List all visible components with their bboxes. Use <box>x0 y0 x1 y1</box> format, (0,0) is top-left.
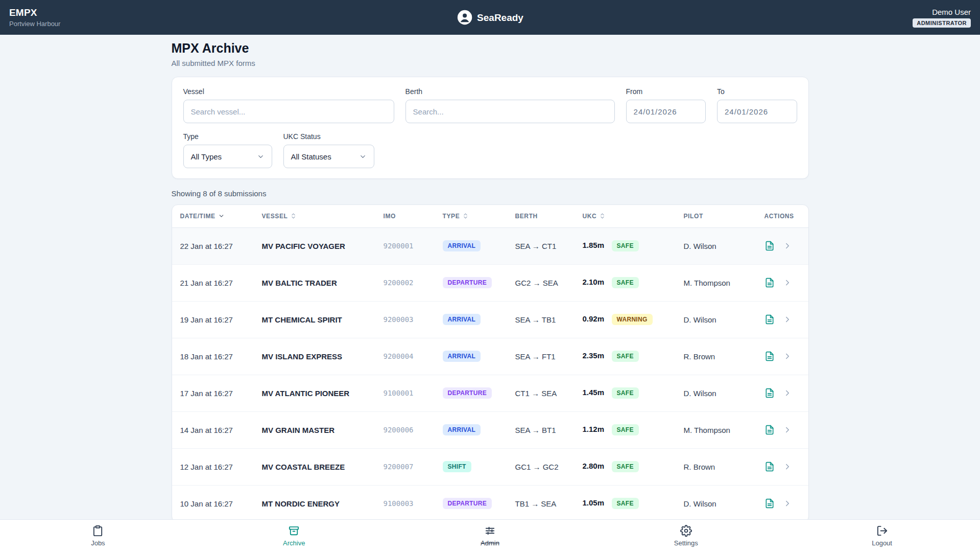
file-text-icon[interactable] <box>764 425 775 435</box>
cell-datetime: 21 Jan at 16:27 <box>172 264 254 301</box>
chevrons-up-down-icon <box>462 213 469 219</box>
chevron-right-icon[interactable] <box>783 388 792 398</box>
nav-item-admin[interactable]: Admin <box>392 520 588 552</box>
type-badge: DEPARTURE <box>443 277 492 288</box>
cell-type: DEPARTURE <box>435 375 507 411</box>
from-date-input[interactable]: 24/01/2026 <box>626 100 706 123</box>
column-header-vessel[interactable]: VESSEL <box>254 205 375 227</box>
nav-item-logout[interactable]: Logout <box>784 520 980 552</box>
column-label: DATE/TIME <box>180 213 216 220</box>
file-text-icon[interactable] <box>764 314 775 325</box>
nav-item-settings[interactable]: Settings <box>588 520 784 552</box>
chevron-down-icon <box>218 213 225 219</box>
cell-type: ARRIVAL <box>435 227 507 264</box>
column-header-type[interactable]: TYPE <box>435 205 507 227</box>
cell-imo: 9100001 <box>375 375 435 411</box>
column-header-berth: BERTH <box>507 205 575 227</box>
cell-actions <box>756 411 808 448</box>
table-row[interactable]: 12 Jan at 16:27 MV COASTAL BREEZE 920000… <box>172 448 808 485</box>
ukc-value: 2.80m <box>583 462 605 470</box>
app-identity: EMPX Portview Harbour <box>9 7 60 28</box>
to-date-input[interactable]: 24/01/2026 <box>717 100 797 123</box>
brand: SeaReady <box>457 10 523 26</box>
file-text-icon[interactable] <box>764 462 775 472</box>
chevron-right-icon[interactable] <box>783 352 792 361</box>
vessel-search-input[interactable] <box>183 100 394 123</box>
cell-ukc: 1.05m SAFE <box>575 485 676 522</box>
bottom-nav: JobsArchiveAdminSettingsLogout <box>0 519 980 552</box>
chevron-right-icon[interactable] <box>783 462 792 471</box>
cell-berth: TB1 → SEA <box>507 485 575 522</box>
cell-datetime: 12 Jan at 16:27 <box>172 448 254 485</box>
ukc-status-badge: SAFE <box>612 498 639 509</box>
nav-label: Admin <box>481 539 499 547</box>
submissions-table: DATE/TIMEVESSELIMOTYPEBERTHUKCPILOTACTIO… <box>172 205 808 522</box>
cell-datetime: 22 Jan at 16:27 <box>172 227 254 264</box>
table-row[interactable]: 18 Jan at 16:27 MV ISLAND EXPRESS 920000… <box>172 338 808 375</box>
chevrons-up-down-icon <box>290 213 297 219</box>
cell-datetime: 17 Jan at 16:27 <box>172 375 254 411</box>
column-label: ACTIONS <box>764 213 794 220</box>
ukc-value: 2.10m <box>583 278 605 286</box>
table-row[interactable]: 22 Jan at 16:27 MV PACIFIC VOYAGER 92000… <box>172 227 808 264</box>
cell-vessel: MV BALTIC TRADER <box>254 264 375 301</box>
file-text-icon[interactable] <box>764 498 775 509</box>
nav-item-archive[interactable]: Archive <box>196 520 392 552</box>
ukc-status-badge: SAFE <box>612 277 639 288</box>
cell-imo: 9200004 <box>375 338 435 375</box>
type-select[interactable]: All Types <box>183 145 272 168</box>
table-row[interactable]: 14 Jan at 16:27 MV GRAIN MASTER 9200006 … <box>172 411 808 448</box>
main-content: MPX Archive All submitted MPX forms Vess… <box>0 35 980 522</box>
type-badge: ARRIVAL <box>443 351 481 362</box>
table-header-row: DATE/TIMEVESSELIMOTYPEBERTHUKCPILOTACTIO… <box>172 205 808 227</box>
berth-search-input[interactable] <box>405 100 615 123</box>
chevron-right-icon[interactable] <box>783 499 792 508</box>
chevron-right-icon[interactable] <box>783 315 792 324</box>
cell-pilot: R. Brown <box>676 448 756 485</box>
file-text-icon[interactable] <box>764 351 775 361</box>
ukc-status-filter-label: UKC Status <box>283 132 374 141</box>
table-row[interactable]: 19 Jan at 16:27 MT CHEMICAL SPIRIT 92000… <box>172 301 808 338</box>
cell-type: ARRIVAL <box>435 301 507 338</box>
cell-pilot: M. Thompson <box>676 411 756 448</box>
cell-berth: SEA → CT1 <box>507 227 575 264</box>
ukc-status-badge: SAFE <box>612 461 639 472</box>
ukc-value: 2.35m <box>583 351 605 360</box>
cell-type: ARRIVAL <box>435 338 507 375</box>
user-role-badge: ADMINISTRATOR <box>913 18 971 28</box>
column-header-ukc[interactable]: UKC <box>575 205 676 227</box>
file-text-icon[interactable] <box>764 388 775 398</box>
nav-item-jobs[interactable]: Jobs <box>0 520 196 552</box>
cell-pilot: D. Wilson <box>676 301 756 338</box>
ukc-value: 1.85m <box>583 241 605 249</box>
file-text-icon[interactable] <box>764 278 775 288</box>
app-header: EMPX Portview Harbour SeaReady Demo User… <box>0 0 980 35</box>
cell-vessel: MV PACIFIC VOYAGER <box>254 227 375 264</box>
chevrons-up-down-icon <box>599 213 606 219</box>
cell-pilot: D. Wilson <box>676 375 756 411</box>
ukc-value: 0.92m <box>583 314 605 323</box>
ukc-status-select[interactable]: All Statuses <box>283 145 374 168</box>
cell-ukc: 2.80m SAFE <box>575 448 676 485</box>
table-row[interactable]: 21 Jan at 16:27 MV BALTIC TRADER 9200002… <box>172 264 808 301</box>
column-header-date-time[interactable]: DATE/TIME <box>172 205 254 227</box>
cell-ukc: 2.10m SAFE <box>575 264 676 301</box>
cell-actions <box>756 338 808 375</box>
type-badge: DEPARTURE <box>443 387 492 399</box>
nav-label: Settings <box>674 539 698 547</box>
cell-imo: 9200001 <box>375 227 435 264</box>
table-row[interactable]: 10 Jan at 16:27 MT NORDIC ENERGY 9100003… <box>172 485 808 522</box>
app-subtitle: Portview Harbour <box>9 20 60 28</box>
cell-pilot: D. Wilson <box>676 485 756 522</box>
chevron-right-icon[interactable] <box>783 241 792 250</box>
cell-vessel: MV COASTAL BREEZE <box>254 448 375 485</box>
from-date-label: From <box>626 87 706 96</box>
filters-panel: Vessel Berth From 24/01/2026 To 24/01/20… <box>172 77 809 179</box>
cell-imo: 9200007 <box>375 448 435 485</box>
type-badge: ARRIVAL <box>443 240 481 251</box>
table-row[interactable]: 17 Jan at 16:27 MV ATLANTIC PIONEER 9100… <box>172 375 808 411</box>
chevron-right-icon[interactable] <box>783 278 792 287</box>
file-text-icon[interactable] <box>764 241 775 251</box>
cell-datetime: 14 Jan at 16:27 <box>172 411 254 448</box>
chevron-right-icon[interactable] <box>783 425 792 434</box>
